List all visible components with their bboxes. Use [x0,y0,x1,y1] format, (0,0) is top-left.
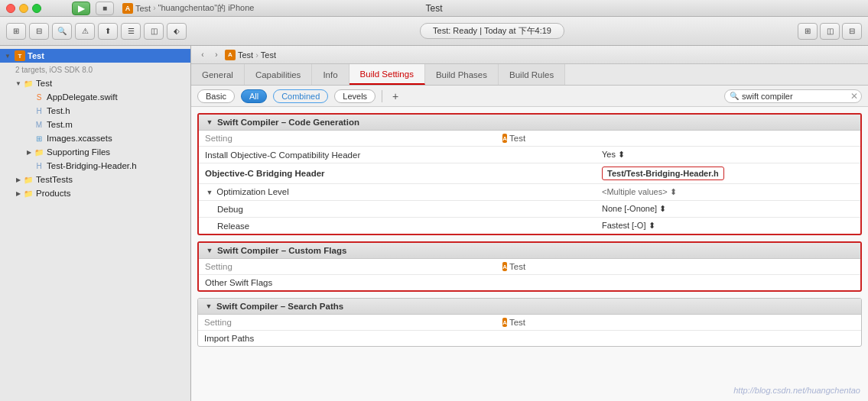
nav-project-icon: A [225,50,236,60]
opt-value[interactable]: <Multiple values> ⬍ [596,184,860,201]
sidebar-item-test-m[interactable]: M Test.m [0,118,190,131]
section-code-generation-header[interactable]: ▼ Swift Compiler – Code Generation [199,115,860,131]
yes-stepper[interactable]: Yes ⬍ [602,150,625,160]
import-paths-target [496,331,596,347]
toolbar-panel-icon-2[interactable]: ◫ [820,23,840,40]
section-search-paths-header[interactable]: ▼ Swift Compiler – Search Paths [198,299,861,315]
release-label: Release [217,222,249,231]
filter-basic[interactable]: Basic [197,89,235,103]
toolbar-icon-4[interactable]: ⚠ [75,23,95,40]
toolbar-icon-2[interactable]: ⊟ [29,23,49,40]
filter-all[interactable]: All [241,89,267,103]
other-flags-label: Other Swift Flags [205,278,272,287]
filter-combined[interactable]: Combined [273,89,328,103]
tab-general[interactable]: General [191,64,245,85]
release-setting: Release [199,218,496,234]
filter-bar: Basic All Combined Levels + 🔍 ✕ [191,86,868,107]
testtests-disclosure: ▶ [14,175,23,184]
tab-build-phases-label: Build Phases [436,70,487,79]
section-custom-flags-header[interactable]: ▼ Swift Compiler – Custom Flags [199,243,860,259]
cf-value-col [596,259,860,275]
toolbar-panel-icon-1[interactable]: ⊞ [798,23,818,40]
custom-flags-table: Setting A Test Other Swift Flags [199,259,860,290]
objc-compat-value[interactable]: Yes ⬍ [596,147,860,163]
bridging-target [496,163,596,184]
xcassets-icon: ⊞ [34,133,44,144]
images-label: Images.xcassets [47,134,187,143]
release-stepper[interactable]: Fastest [-O] ⬍ [602,221,655,231]
maximize-button[interactable] [32,4,41,13]
toolbar-icon-3[interactable]: 🔍 [52,23,72,40]
sidebar-item-products[interactable]: ▶ 📁 Products [0,186,190,200]
products-folder-icon: 📁 [23,188,34,199]
opt-label: Optimization Level [216,187,289,196]
yes-value: Yes ⬍ [602,150,625,160]
filter-add-button[interactable]: + [388,89,402,103]
bridging-h-icon: H [34,160,44,171]
tab-info[interactable]: Info [312,64,349,85]
import-paths-setting: Import Paths [198,331,496,347]
tab-general-label: General [202,70,233,79]
sidebar-item-label: Test [28,51,187,60]
target-col: A Test [496,131,596,147]
no-disclosure2 [24,106,34,115]
filter-levels[interactable]: Levels [334,89,375,103]
tab-build-settings[interactable]: Build Settings [349,64,425,85]
other-flags-value[interactable] [596,275,860,291]
test-folder-disclosure: ▼ [14,79,23,88]
sidebar-item-test-h[interactable]: H Test.h [0,104,190,118]
sp-setting-col: Setting [198,315,496,331]
section-custom-flags-title: Swift Compiler – Custom Flags [217,246,346,255]
bridging-value-box[interactable]: Test/Test-Bridging-Header.h [602,167,724,180]
nav-project-name[interactable]: Test [238,50,253,60]
opt-disclosure: ▼ [205,188,214,197]
sp-value-col [596,315,861,331]
clear-search-icon[interactable]: ✕ [850,91,858,102]
icon-toolbar: ⊞ ⊟ 🔍 ⚠ ⬆ ☰ ◫ ⬖ Test: Ready | Today at 下… [0,17,868,46]
toolbar-run-icon[interactable]: ▶ [72,2,90,15]
sidebar-item-bridging[interactable]: H Test-Bridging-Header.h [0,159,190,173]
breadcrumb: ▶ ■ A Test › "huangchentao"的 iPhone [72,2,254,15]
sp-setting-label: Setting [204,318,232,327]
debug-stepper[interactable]: None [-Onone] ⬍ [602,204,666,214]
tab-build-rules[interactable]: Build Rules [499,64,565,85]
toolbar-panel-icon-3[interactable]: ⊟ [842,23,862,40]
toolbar-icon-8[interactable]: ⬖ [167,23,187,40]
nav-back[interactable]: ‹ [197,50,208,60]
debug-value[interactable]: None [-Onone] ⬍ [596,201,860,218]
toolbar-stop-icon[interactable]: ■ [96,2,114,15]
toolbar-icon-6[interactable]: ☰ [121,23,141,40]
release-value[interactable]: Fastest [-O] ⬍ [596,218,860,234]
nav-forward[interactable]: › [211,50,222,60]
appdelegate-label: AppDelegate.swift [47,92,187,102]
objc-compat-setting: Install Objective-C Compatibility Header [199,147,496,163]
products-disclosure: ▶ [14,189,23,198]
minimize-button[interactable] [19,4,28,13]
search-input[interactable] [742,92,847,101]
toolbar-icon-1[interactable]: ⊞ [6,23,26,40]
sidebar-item-images[interactable]: ⊞ Images.xcassets [0,131,190,145]
section-search-paths-title: Swift Compiler – Search Paths [216,302,343,311]
sidebar-item-supporting[interactable]: ▶ 📁 Supporting Files [0,145,190,159]
m-file-icon: M [34,119,44,130]
close-button[interactable] [6,4,15,13]
nav-target-name[interactable]: Test [261,50,276,60]
section-disclosure-custom: ▼ [205,246,214,255]
sidebar-item-testtests[interactable]: ▶ 📁 TestTests [0,173,190,186]
sidebar-item-appdelegate[interactable]: S AppDelegate.swift [0,90,190,104]
table-row: Setting A Test [198,315,861,331]
toolbar-icon-7[interactable]: ◫ [144,23,164,40]
test-folder-label: Test [36,79,187,88]
tab-info-label: Info [323,70,337,79]
import-paths-value[interactable] [596,331,861,347]
bridging-value[interactable]: Test/Test-Bridging-Header.h [596,163,860,184]
tab-capabilities[interactable]: Capabilities [245,64,312,85]
setting-col: Setting [199,131,496,147]
tab-build-rules-label: Build Rules [509,70,554,79]
products-label: Products [36,189,187,198]
section-disclosure-code-gen: ▼ [205,118,214,127]
sidebar-item-test-root[interactable]: ▼ T Test [0,49,190,63]
sidebar-item-test-folder[interactable]: ▼ 📁 Test [0,76,190,90]
toolbar-icon-5[interactable]: ⬆ [98,23,118,40]
tab-build-phases[interactable]: Build Phases [425,64,499,85]
